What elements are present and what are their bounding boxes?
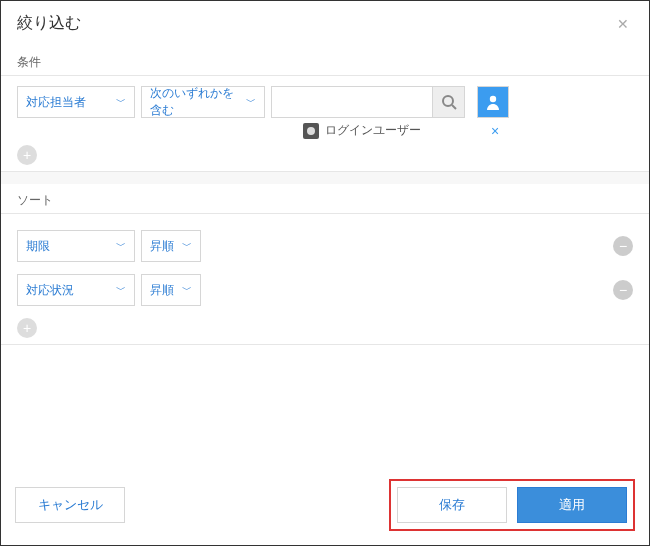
conditions-section: 対応担当者 ﹀ 次のいずれかを含む ﹀ ログインユーザー × + bbox=[1, 75, 649, 172]
save-button[interactable]: 保存 bbox=[397, 487, 507, 523]
cancel-button[interactable]: キャンセル bbox=[15, 487, 125, 523]
sort-row: 期限 ﹀ 昇順 ﹀ − bbox=[17, 224, 633, 268]
chevron-down-icon: ﹀ bbox=[182, 239, 192, 253]
dialog-title: 絞り込む bbox=[17, 13, 81, 34]
primary-buttons-highlight: 保存 適用 bbox=[389, 479, 635, 531]
sort-order-select[interactable]: 昇順 ﹀ bbox=[141, 274, 201, 306]
sort-row: 対応状況 ﹀ 昇順 ﹀ − bbox=[17, 268, 633, 312]
add-condition-button[interactable]: + bbox=[17, 145, 37, 165]
chip-label: ログインユーザー bbox=[325, 122, 421, 139]
sort-field-select[interactable]: 期限 ﹀ bbox=[17, 230, 135, 262]
sort-field-value: 期限 bbox=[26, 238, 50, 255]
chevron-down-icon: ﹀ bbox=[116, 283, 126, 297]
svg-line-1 bbox=[452, 105, 456, 109]
dialog-header: 絞り込む ✕ bbox=[1, 1, 649, 46]
sort-order-value: 昇順 bbox=[150, 282, 174, 299]
user-search-wrap bbox=[271, 86, 465, 118]
chip-remove-icon[interactable]: × bbox=[491, 123, 499, 139]
chevron-down-icon: ﹀ bbox=[182, 283, 192, 297]
search-icon bbox=[441, 94, 457, 110]
remove-sort-button[interactable]: − bbox=[613, 280, 633, 300]
sort-field-value: 対応状況 bbox=[26, 282, 74, 299]
user-icon bbox=[484, 93, 502, 111]
condition-operator-value: 次のいずれかを含む bbox=[150, 85, 240, 119]
remove-sort-button[interactable]: − bbox=[613, 236, 633, 256]
filter-dialog: 絞り込む ✕ 条件 対応担当者 ﹀ 次のいずれかを含む ﹀ bbox=[0, 0, 650, 546]
user-picker-button[interactable] bbox=[477, 86, 509, 118]
condition-operator-select[interactable]: 次のいずれかを含む ﹀ bbox=[141, 86, 265, 118]
dialog-footer: キャンセル 保存 適用 bbox=[1, 469, 649, 545]
avatar-icon bbox=[303, 123, 319, 139]
chevron-down-icon: ﹀ bbox=[116, 239, 126, 253]
sort-order-select[interactable]: 昇順 ﹀ bbox=[141, 230, 201, 262]
sort-section: 期限 ﹀ 昇順 ﹀ − 対応状況 ﹀ 昇順 ﹀ − + bbox=[1, 213, 649, 345]
condition-row: 対応担当者 ﹀ 次のいずれかを含む ﹀ bbox=[17, 86, 633, 118]
sort-field-select[interactable]: 対応状況 ﹀ bbox=[17, 274, 135, 306]
sort-order-value: 昇順 bbox=[150, 238, 174, 255]
chevron-down-icon: ﹀ bbox=[246, 95, 256, 109]
chevron-down-icon: ﹀ bbox=[116, 95, 126, 109]
svg-point-0 bbox=[443, 96, 453, 106]
svg-point-2 bbox=[490, 96, 496, 102]
user-search-input[interactable] bbox=[271, 86, 433, 118]
apply-button[interactable]: 適用 bbox=[517, 487, 627, 523]
search-button[interactable] bbox=[433, 86, 465, 118]
condition-field-select[interactable]: 対応担当者 ﹀ bbox=[17, 86, 135, 118]
close-icon[interactable]: ✕ bbox=[613, 14, 633, 34]
add-sort-button[interactable]: + bbox=[17, 318, 37, 338]
conditions-label: 条件 bbox=[1, 46, 649, 75]
condition-field-value: 対応担当者 bbox=[26, 94, 86, 111]
condition-chip: ログインユーザー × bbox=[17, 122, 633, 139]
sort-label: ソート bbox=[1, 184, 649, 213]
